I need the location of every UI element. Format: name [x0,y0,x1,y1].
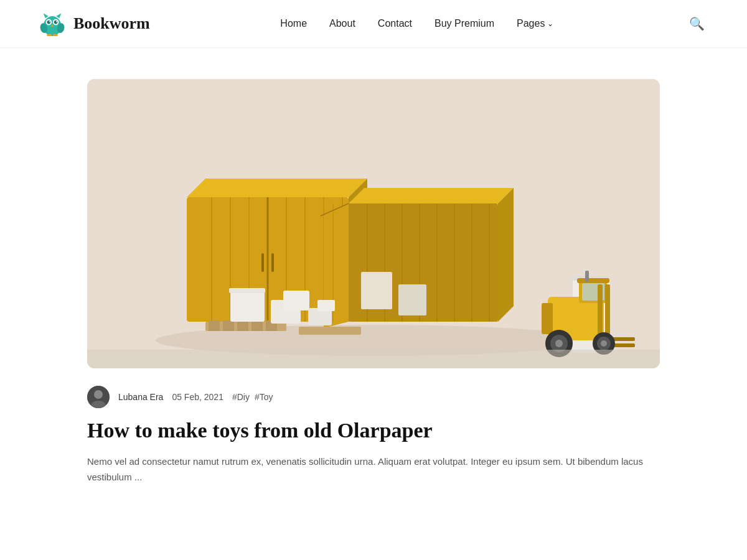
tag-diy: #Diy [232,392,250,402]
chevron-down-icon: ⌄ [547,19,553,28]
hero-image [87,79,660,368]
svg-point-4 [54,21,58,24]
post-tags: #Diy #Toy [232,392,273,402]
svg-rect-29 [271,253,274,272]
svg-marker-17 [187,179,367,197]
svg-rect-28 [261,253,264,272]
svg-rect-48 [209,320,220,331]
nav-home[interactable]: Home [280,18,307,29]
svg-marker-31 [349,188,514,203]
nav-contact[interactable]: Contact [378,18,412,29]
svg-rect-55 [229,288,265,293]
svg-marker-9 [56,13,61,18]
svg-point-81 [94,390,103,399]
svg-rect-67 [542,303,553,334]
post-excerpt: Nemo vel ad consectetur namut rutrum ex,… [87,454,660,485]
svg-rect-58 [317,300,335,311]
author-name: Lubana Era [118,392,163,402]
svg-rect-79 [87,350,660,368]
nav-buy-premium[interactable]: Buy Premium [435,18,494,29]
svg-rect-59 [283,291,309,310]
svg-rect-49 [223,320,234,331]
svg-marker-32 [498,188,514,322]
main-content: Lubana Era 05 Feb, 2021 #Diy #Toy How to… [75,79,672,485]
svg-rect-53 [299,327,361,335]
svg-point-6 [56,21,57,22]
svg-point-5 [49,21,50,22]
main-nav: Home About Contact Buy Premium Pages ⌄ [280,18,553,29]
svg-rect-45 [361,272,392,309]
svg-point-74 [555,340,563,347]
hero-illustration [87,79,660,368]
svg-point-3 [47,21,51,24]
nav-pages[interactable]: Pages ⌄ [517,18,553,29]
search-button[interactable]: 🔍 [684,14,710,34]
svg-rect-51 [251,320,263,331]
author-avatar [87,386,110,408]
logo-icon [37,11,67,36]
svg-rect-78 [585,271,589,282]
search-icon: 🔍 [689,17,705,30]
svg-rect-54 [230,291,265,322]
post-meta: Lubana Era 05 Feb, 2021 #Diy #Toy [87,386,660,408]
svg-rect-50 [237,320,248,331]
post-title: How to make toys from old Olarpaper [87,418,660,444]
tag-toy: #Toy [255,392,273,402]
post-date: 05 Feb, 2021 [172,392,223,402]
site-header: Bookworm Home About Contact Buy Premium … [0,0,747,48]
logo-text: Bookworm [73,14,150,33]
svg-rect-66 [577,278,609,283]
svg-rect-46 [398,284,426,315]
nav-about[interactable]: About [329,18,355,29]
logo-link[interactable]: Bookworm [37,11,150,36]
svg-marker-8 [44,13,49,18]
svg-point-77 [601,340,607,347]
